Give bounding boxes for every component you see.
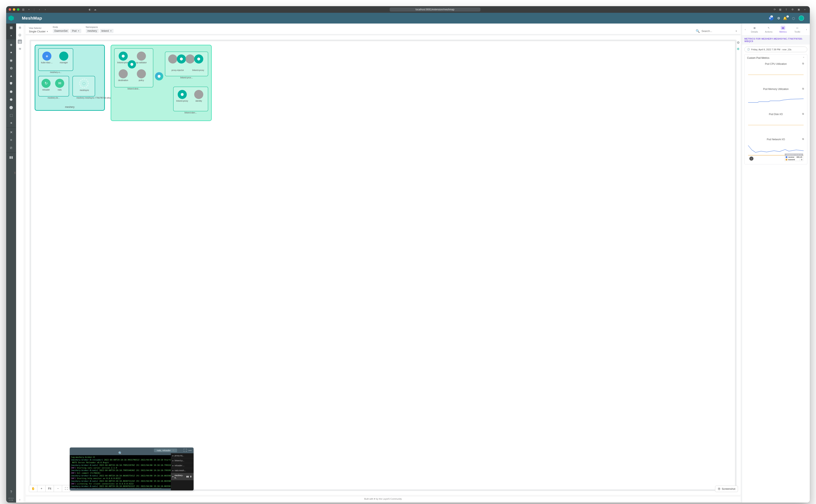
tab-actions[interactable]: ✎Actions <box>762 26 776 33</box>
terminal-search-icon[interactable]: 🔍 <box>118 451 122 455</box>
node-linkerd-proxy-overlay[interactable]: ⬢ <box>128 60 136 68</box>
canvas-snowflake-icon[interactable]: ✲ <box>737 47 740 51</box>
node-meshsync[interactable]: ◌meshsync <box>79 79 88 88</box>
nav-perf-icon[interactable]: ≡ <box>6 136 16 144</box>
tab-details[interactable]: ▦Details <box>747 26 762 33</box>
rp-scroll-left-icon[interactable]: ‹ <box>743 28 747 31</box>
bug-icon[interactable]: ✲ <box>18 26 22 30</box>
topology-canvas[interactable]: meshery ⎈kube-rbac-... manager meshery-o… <box>30 40 736 491</box>
open-external-icon[interactable]: ⧉ <box>802 62 804 65</box>
nav-misc1-icon[interactable]: ⬚ <box>6 111 16 119</box>
metric-pod-network[interactable]: Pod Network I/O ⧉ › <box>747 137 805 162</box>
search-input[interactable] <box>701 29 734 33</box>
screenshot-button[interactable]: ⦿ Screenshot <box>715 486 738 492</box>
zoom-out-button[interactable]: － <box>54 485 62 492</box>
metric-pod-disk[interactable]: Pod Disk I/O ⧉ <box>747 112 805 134</box>
target-icon[interactable]: ◎ <box>18 33 22 37</box>
terminal-minimize-icon[interactable]: — <box>188 449 192 452</box>
terminal-source-dropdown[interactable]: nats, reloader▼ <box>154 449 177 452</box>
term-tab-mesheryb[interactable]: ▸ meshery-b.. ▮▮🗑 <box>171 473 193 480</box>
play-button[interactable]: › <box>749 157 754 161</box>
nav-istio-icon[interactable]: ● <box>6 48 16 56</box>
share-icon[interactable]: ⇪ <box>785 8 788 11</box>
filter-icon[interactable]: ▤ <box>18 40 22 44</box>
kind-chip-pod[interactable]: Pod▼ <box>70 29 81 33</box>
pod-proxy-injector[interactable]: ⬢ ⬢ proxy-injector linkerd-proxy linkerd… <box>165 52 208 76</box>
pod-linkerd-identity[interactable]: ⬢linkerd-proxy identity linkerd-iden... <box>173 87 208 111</box>
pod-meshery-operator[interactable]: ⎈kube-rbac-... manager meshery-o... <box>38 48 73 71</box>
term-tab-proxyinj[interactable]: ▸ proxy-inj... <box>171 453 193 458</box>
nav-graph-icon[interactable]: ✴ <box>6 119 16 127</box>
open-external-icon[interactable]: ⧉ <box>802 112 804 115</box>
term-tab-nats[interactable]: ▸ nats:mesh... <box>171 468 193 473</box>
nav-dashboard[interactable]: ▦ <box>6 24 16 31</box>
zoom-fit-button[interactable]: Fit <box>46 485 54 492</box>
search-field[interactable]: 🔍 ▼ <box>696 29 737 33</box>
canvas-settings-icon[interactable]: ⚙ <box>737 41 740 45</box>
tabs-icon[interactable]: ▣ <box>797 8 800 11</box>
nav-drop-icon[interactable]: ⬤ <box>6 103 16 111</box>
node-linkerd-free[interactable]: ⬢ <box>155 72 163 80</box>
metric-pod-memory[interactable]: Pod Memory Utilization ⧉ <box>747 87 805 109</box>
sidebar-toggle-icon[interactable]: ▥ <box>21 8 25 11</box>
shield-icon[interactable]: ◐ <box>88 8 91 11</box>
sync-spinner-icon[interactable]: ◌ <box>791 16 796 20</box>
nav-misc2-icon[interactable]: ⎚ <box>6 144 16 152</box>
nav-linkerd-icon[interactable]: ▲ <box>6 72 16 80</box>
node-manager[interactable]: manager <box>59 52 68 61</box>
node-destination[interactable]: destination <box>119 69 128 78</box>
terminal-log[interactable]: log:meshery-broker-0 [meshery-broker-0:r… <box>70 455 171 488</box>
zoom-in-button[interactable]: ＋ <box>37 485 46 492</box>
nav-shield-icon[interactable]: ⛊ <box>6 80 16 88</box>
terminal-expand-icon[interactable]: ⛶ <box>183 449 187 452</box>
nav-cube-icon[interactable]: ◈ <box>6 41 16 48</box>
close-window-button[interactable] <box>9 8 11 11</box>
nav-circle-arrow-icon[interactable]: ◉ <box>6 56 16 64</box>
nav-flower-icon[interactable]: ✿ <box>6 64 16 72</box>
node-proxy-inj-teal2[interactable]: ⬢ <box>194 54 203 64</box>
nav-help-icon[interactable]: ? <box>6 488 16 496</box>
notifications-icon[interactable]: 🔔1 <box>784 16 788 20</box>
kind-chip-daemonset[interactable]: DaemonSet <box>53 29 69 33</box>
nav-hex-icon[interactable]: ⬢ <box>6 88 16 95</box>
settings-browser-icon[interactable]: ⚙ <box>791 8 794 11</box>
ns-chip-meshery[interactable]: meshery <box>86 29 99 33</box>
apps-grid-icon[interactable]: ▦ <box>778 8 782 11</box>
cloud-icon[interactable]: ☁ <box>93 8 97 11</box>
chevron-down-icon[interactable]: ▾ <box>27 8 31 11</box>
chevron-up-icon[interactable]: ⌃ <box>803 57 805 59</box>
metric-pod-cpu[interactable]: Pod CPU Utilization ⧉ <box>747 61 805 84</box>
node-policy[interactable]: policy <box>137 69 146 78</box>
node-reloader[interactable]: ↻reloader <box>41 79 51 88</box>
pan-tool-button[interactable]: ✋ <box>29 485 37 492</box>
back-icon[interactable]: ‹ <box>38 8 41 11</box>
nav-collapse-icon[interactable]: ▲ <box>6 31 16 39</box>
expand-rail-icon[interactable]: › <box>18 498 22 503</box>
k8s-context-icon[interactable]: ⎈1 <box>769 16 774 20</box>
maximize-window-button[interactable] <box>17 8 19 11</box>
nav-tools-icon[interactable]: ✕ <box>6 128 16 136</box>
nav-map-icon[interactable]: ▮▮ <box>6 153 16 161</box>
pause-icon[interactable]: ▮▮ <box>186 475 189 478</box>
nav-node-icon[interactable]: ⬢ <box>6 95 16 103</box>
user-avatar[interactable] <box>799 15 804 21</box>
term-tab-linkerdp[interactable]: ▸ linkerd-p... <box>171 458 193 463</box>
refresh-icon[interactable]: ⟳ <box>773 8 776 11</box>
rp-scroll-right-icon[interactable]: › <box>804 28 809 31</box>
section-header[interactable]: Custom Pod Metrics ⌃ <box>745 54 807 61</box>
ns-chip-linkerd[interactable]: linkerd▼ <box>100 29 113 33</box>
view-selector[interactable]: Single Cluster▼ <box>29 30 48 33</box>
fullscreen-button[interactable]: ⛶ <box>62 485 70 492</box>
terminal-header[interactable]: nats, reloader▼ 🔍 ⛶ — <box>70 447 193 453</box>
minimize-window-button[interactable] <box>13 8 15 11</box>
nav-expand-handle[interactable]: › <box>14 171 16 174</box>
time-range-selector[interactable]: 🕒 Friday, April 8, 2022 7:39 PM - now ,1… <box>744 47 807 52</box>
trash-icon[interactable]: 🗑 <box>190 475 192 478</box>
node-nats[interactable]: ✉nats <box>55 79 64 88</box>
node-sp-validator[interactable]: sp-validator <box>137 52 146 61</box>
tab-toolkit[interactable]: ▭Toolki <box>790 26 804 33</box>
new-tab-icon[interactable]: ＋ <box>803 8 807 11</box>
search-dropdown-icon[interactable]: ▼ <box>735 30 737 32</box>
url-bar[interactable]: localhost:9081/extension/meshmap <box>390 7 480 12</box>
pod-meshsync[interactable]: ◌meshsync meshery-meshsync-77667f87dd-wb… <box>72 76 95 97</box>
